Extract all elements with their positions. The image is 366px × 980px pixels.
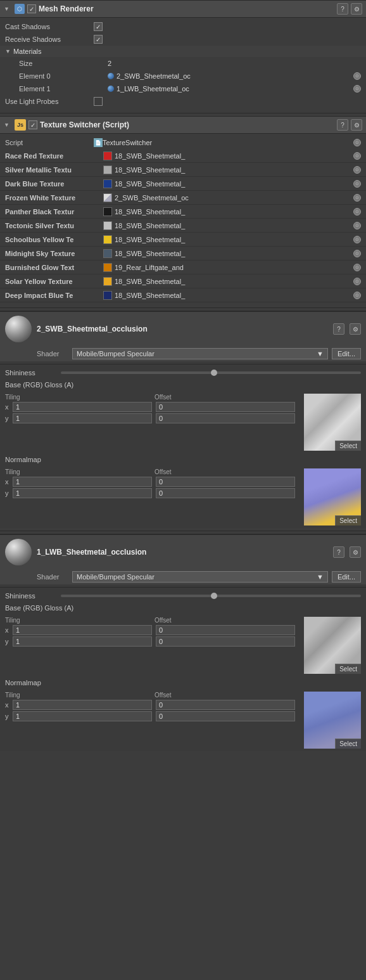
- material2-shininess-thumb[interactable]: [211, 593, 217, 599]
- divider1: [0, 113, 366, 113]
- swatch-7[interactable]: [103, 249, 112, 258]
- material1-offset-col-label: Offset: [155, 394, 299, 401]
- cast-shadows-checkbox[interactable]: ✓: [94, 22, 103, 31]
- texture-settings-0[interactable]: ⊙: [353, 152, 361, 160]
- material2-card: 1_LWB_Sheetmetal_occlusion ? ⚙ Shader Mo…: [0, 534, 366, 751]
- swatch-0[interactable]: [103, 152, 112, 160]
- swatch-10[interactable]: [103, 291, 112, 300]
- texture-name-9[interactable]: 18_SWB_Sheetmetal_: [115, 278, 351, 285]
- material1-normalmap-select-btn[interactable]: Select: [335, 515, 361, 525]
- size-value[interactable]: 2: [108, 60, 361, 67]
- material1-base-select-btn[interactable]: Select: [335, 441, 361, 451]
- texture-name-10[interactable]: 18_SWB_Sheetmetal_: [115, 292, 351, 299]
- material2-normalmap-offset-y-input[interactable]: [156, 711, 295, 721]
- element1-settings[interactable]: ⊙: [353, 85, 361, 93]
- material2-base-select-btn[interactable]: Select: [335, 664, 361, 674]
- material2-base-offset-x-input[interactable]: [156, 625, 295, 635]
- material1-shader-dropdown[interactable]: Mobile/Bumped Specular ▼: [72, 348, 328, 359]
- texture-settings-1[interactable]: ⊙: [353, 166, 361, 174]
- script-settings[interactable]: ⊙: [353, 139, 361, 146]
- material2-help-btn[interactable]: ?: [333, 546, 344, 558]
- texture-name-5[interactable]: 18_SWB_Sheetmetal_: [115, 222, 351, 229]
- material1-gear-btn[interactable]: ⚙: [350, 323, 361, 335]
- material2-name: 1_LWB_Sheetmetal_occlusion: [37, 548, 328, 557]
- material1-normalmap-offset-y-input[interactable]: [156, 488, 295, 498]
- element0-value[interactable]: 2_SWB_Sheetmetal_oc: [117, 72, 351, 80]
- material2-base-y-label: y: [5, 638, 13, 645]
- element0-settings[interactable]: ⊙: [353, 72, 361, 80]
- texture-settings-6[interactable]: ⊙: [353, 236, 361, 243]
- material2-edit-btn[interactable]: Edit...: [332, 571, 361, 583]
- texture-name-1[interactable]: 18_SWB_Sheetmetal_: [115, 166, 351, 174]
- material2-gear-btn[interactable]: ⚙: [350, 546, 361, 558]
- swatch-1[interactable]: [103, 165, 112, 174]
- texture-settings-7[interactable]: ⊙: [353, 250, 361, 257]
- material1-base-tiling-x-input[interactable]: [13, 402, 152, 412]
- use-light-probes-checkbox[interactable]: [94, 97, 103, 106]
- texture-name-3[interactable]: 2_SWB_Sheetmetal_oc: [115, 194, 351, 202]
- material1-base-tiling-y-input[interactable]: [13, 413, 152, 423]
- material2-normalmap-offset-x-input[interactable]: [156, 700, 295, 710]
- material2-shader-dropdown[interactable]: Mobile/Bumped Specular ▼: [72, 571, 328, 583]
- element0-row: Element 0 2_SWB_Sheetmetal_oc ⊙: [0, 70, 366, 82]
- texture-settings-5[interactable]: ⊙: [353, 222, 361, 229]
- texture-switcher-gear-btn[interactable]: ⚙: [351, 119, 362, 131]
- swatch-4[interactable]: [103, 207, 112, 216]
- material2-normalmap-row: Tiling Offset x y Select: [0, 689, 366, 751]
- materials-label: Materials: [13, 48, 42, 55]
- material1-normalmap-tiling-x-input[interactable]: [13, 477, 152, 487]
- cast-shadows-row: Cast Shadows ✓: [0, 20, 366, 33]
- material2-normalmap-y-label: y: [5, 712, 13, 720]
- texture-settings-3[interactable]: ⊙: [353, 194, 361, 202]
- material2-normalmap-tiling-x-input[interactable]: [13, 700, 152, 710]
- material2-shader-row: Shader Mobile/Bumped Specular ▼ Edit...: [0, 569, 366, 584]
- texture-name-7[interactable]: 18_SWB_Sheetmetal_: [115, 250, 351, 257]
- material1-base-offset-x-input[interactable]: [156, 402, 295, 412]
- material1-shininess-row: Shininess: [0, 367, 366, 378]
- swatch-5[interactable]: [103, 221, 112, 230]
- material1-normalmap-offset-x-input[interactable]: [156, 477, 295, 487]
- texture-settings-4[interactable]: ⊙: [353, 208, 361, 216]
- texture-name-2[interactable]: 18_SWB_Sheetmetal_: [115, 180, 351, 188]
- script-value[interactable]: TextureSwitcher: [103, 139, 351, 146]
- material2-normalmap-select-btn[interactable]: Select: [335, 738, 361, 749]
- texture-settings-2[interactable]: ⊙: [353, 180, 361, 188]
- materials-triangle[interactable]: ▼: [5, 48, 11, 55]
- mesh-renderer-enable-checkbox[interactable]: ✓: [27, 4, 36, 13]
- swatch-8[interactable]: [103, 263, 112, 272]
- material2-shininess-slider[interactable]: [61, 595, 361, 597]
- material1-shininess-slider[interactable]: [61, 371, 361, 374]
- material1-base-tiling-block: Tiling Offset x y: [5, 394, 299, 425]
- material2-base-offset-y-input[interactable]: [156, 636, 295, 647]
- swatch-2[interactable]: [103, 179, 112, 188]
- material1-base-offset-y-input[interactable]: [156, 413, 295, 423]
- collapse-triangle[interactable]: ▼: [4, 6, 9, 12]
- texture-name-4[interactable]: 18_SWB_Sheetmetal_: [115, 208, 351, 216]
- texture-switcher-triangle[interactable]: ▼: [4, 122, 9, 128]
- material1-base-label: Base (RGB) Gloss (A): [5, 381, 361, 389]
- material2-base-tiling-x-input[interactable]: [13, 625, 152, 635]
- material1-base-tiling-x-label: x: [5, 403, 13, 411]
- material2-base-tiling-y-input[interactable]: [13, 636, 152, 647]
- texture-settings-10[interactable]: ⊙: [353, 292, 361, 299]
- material1-shininess-thumb[interactable]: [211, 370, 217, 376]
- element0-icon: [108, 73, 114, 79]
- material1-edit-btn[interactable]: Edit...: [332, 348, 361, 359]
- texture-settings-8[interactable]: ⊙: [353, 264, 361, 271]
- material1-help-btn[interactable]: ?: [333, 323, 344, 335]
- swatch-9[interactable]: [103, 277, 112, 286]
- texture-name-0[interactable]: 18_SWB_Sheetmetal_: [115, 152, 351, 160]
- swatch-3[interactable]: [103, 193, 112, 202]
- swatch-6[interactable]: [103, 235, 112, 244]
- texture-name-6[interactable]: 18_SWB_Sheetmetal_: [115, 236, 351, 243]
- texture-settings-9[interactable]: ⊙: [353, 278, 361, 285]
- material2-normalmap-tiling-y-input[interactable]: [13, 711, 152, 721]
- receive-shadows-checkbox[interactable]: ✓: [94, 35, 103, 44]
- texture-name-8[interactable]: 19_Rear_Liftgate_and: [115, 264, 351, 271]
- element1-value[interactable]: 1_LWB_Sheetmetal_oc: [117, 85, 351, 93]
- texture-switcher-enable-checkbox[interactable]: ✓: [28, 120, 37, 129]
- help-button[interactable]: ?: [337, 3, 348, 15]
- material1-normalmap-tiling-y-input[interactable]: [13, 488, 152, 498]
- texture-switcher-help-btn[interactable]: ?: [337, 119, 348, 131]
- gear-button[interactable]: ⚙: [351, 3, 362, 15]
